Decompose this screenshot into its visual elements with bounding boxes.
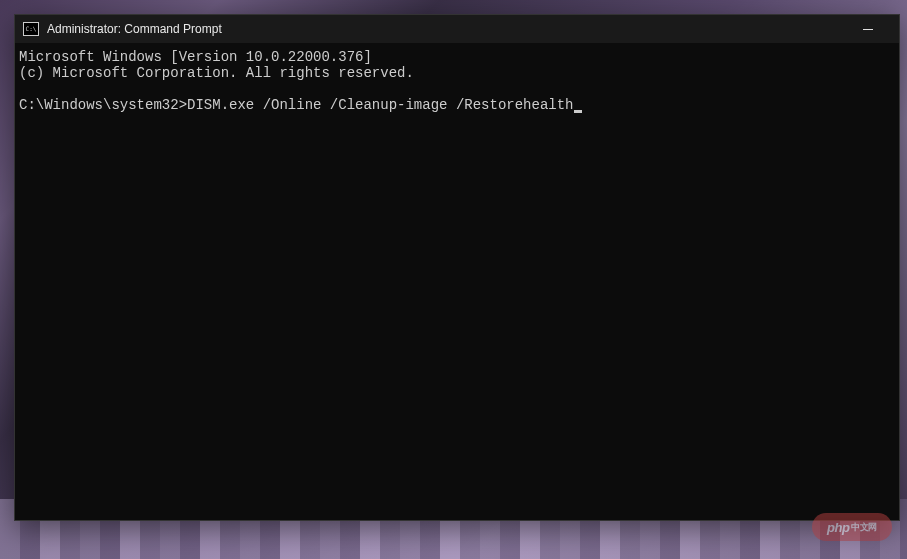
watermark-brand: php [827, 520, 849, 535]
minimize-button[interactable] [845, 15, 891, 43]
terminal-header-line: Microsoft Windows [Version 10.0.22000.37… [19, 49, 895, 65]
window-controls [845, 15, 891, 43]
cmd-icon [23, 22, 39, 36]
terminal-blank-line [19, 81, 895, 97]
terminal-command-input[interactable]: DISM.exe /Online /Cleanup-image /Restore… [187, 97, 573, 113]
terminal-command-line: C:\Windows\system32>DISM.exe /Online /Cl… [19, 97, 895, 113]
terminal-output[interactable]: Microsoft Windows [Version 10.0.22000.37… [15, 43, 899, 520]
watermark-badge: php 中文网 [812, 513, 892, 541]
minimize-icon [863, 29, 873, 30]
command-prompt-window: Administrator: Command Prompt Microsoft … [14, 14, 900, 521]
terminal-prompt: C:\Windows\system32> [19, 97, 187, 113]
cursor-icon [574, 110, 582, 113]
terminal-copyright-line: (c) Microsoft Corporation. All rights re… [19, 65, 895, 81]
watermark-suffix: 中文网 [851, 521, 877, 534]
window-title: Administrator: Command Prompt [47, 22, 845, 36]
titlebar[interactable]: Administrator: Command Prompt [15, 15, 899, 43]
